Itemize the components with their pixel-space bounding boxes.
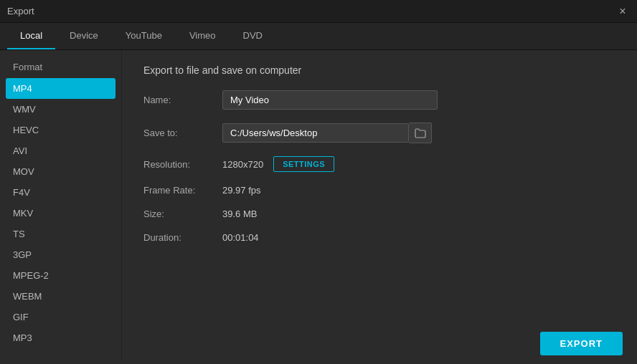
save-to-row: Save to: (143, 123, 615, 143)
title-bar: Export × (0, 0, 637, 23)
sidebar-item-webm[interactable]: WEBM (0, 286, 121, 307)
sidebar: Format MP4 WMV HEVC AVI MOV F4V MKV TS 3… (0, 50, 122, 362)
resolution-row: Resolution: 1280x720 SETTINGS (143, 156, 615, 172)
sidebar-format-title: Format (0, 59, 121, 78)
resolution-value: 1280x720 (222, 159, 263, 170)
right-panel: Export to file and save on computer Name… (122, 50, 637, 362)
name-label: Name: (143, 95, 222, 105)
frame-rate-row: Frame Rate: 29.97 fps (143, 185, 615, 196)
sidebar-item-gif[interactable]: GIF (0, 307, 121, 327)
tab-vimeo[interactable]: Vimeo (176, 23, 229, 49)
folder-icon (415, 128, 426, 138)
size-value: 39.6 MB (222, 209, 257, 219)
close-button[interactable]: × (615, 4, 630, 19)
sidebar-item-mp3[interactable]: MP3 (0, 327, 121, 348)
sidebar-item-f4v[interactable]: F4V (0, 182, 121, 203)
tab-bar: Local Device YouTube Vimeo DVD (0, 23, 637, 50)
duration-label: Duration: (143, 232, 222, 243)
size-row: Size: 39.6 MB (143, 209, 615, 219)
sidebar-item-mp4[interactable]: MP4 (6, 78, 115, 99)
sidebar-item-mkv[interactable]: MKV (0, 203, 121, 224)
panel-title: Export to file and save on computer (143, 64, 615, 76)
size-label: Size: (143, 209, 222, 219)
duration-value: 00:01:04 (222, 232, 259, 243)
bottom-bar: EXPORT (122, 323, 637, 364)
path-row (222, 123, 432, 143)
tab-dvd[interactable]: DVD (230, 23, 275, 49)
tab-device[interactable]: Device (57, 23, 111, 49)
sidebar-item-wmv[interactable]: WMV (0, 99, 121, 120)
save-to-label: Save to: (143, 128, 222, 138)
tab-local[interactable]: Local (7, 23, 55, 49)
tab-youtube[interactable]: YouTube (113, 23, 175, 49)
frame-rate-label: Frame Rate: (143, 185, 222, 196)
sidebar-item-avi[interactable]: AVI (0, 140, 121, 161)
sidebar-item-mov[interactable]: MOV (0, 161, 121, 182)
name-input[interactable] (222, 90, 438, 110)
browse-folder-button[interactable] (409, 123, 432, 143)
sidebar-item-3gp[interactable]: 3GP (0, 244, 121, 265)
export-button[interactable]: EXPORT (540, 332, 623, 355)
main-content: Format MP4 WMV HEVC AVI MOV F4V MKV TS 3… (0, 50, 637, 362)
sidebar-item-mpeg2[interactable]: MPEG-2 (0, 265, 121, 286)
duration-row: Duration: 00:01:04 (143, 232, 615, 243)
name-row: Name: (143, 90, 615, 110)
path-input[interactable] (222, 123, 409, 143)
resolution-controls: 1280x720 SETTINGS (222, 156, 334, 172)
dialog-title: Export (7, 6, 34, 16)
settings-button[interactable]: SETTINGS (273, 156, 334, 172)
frame-rate-value: 29.97 fps (222, 185, 261, 196)
sidebar-item-hevc[interactable]: HEVC (0, 120, 121, 140)
sidebar-item-ts[interactable]: TS (0, 224, 121, 244)
resolution-label: Resolution: (143, 159, 222, 170)
